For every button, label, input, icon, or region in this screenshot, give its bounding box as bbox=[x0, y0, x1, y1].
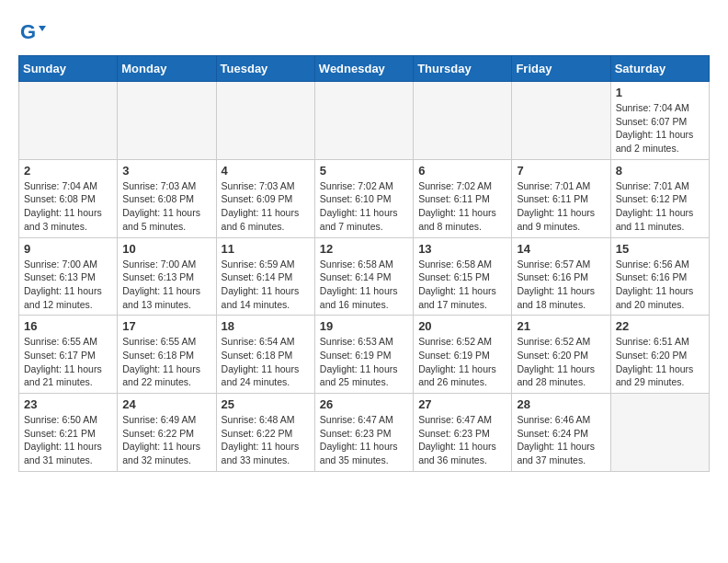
day-number: 8 bbox=[616, 164, 704, 178]
calendar-day-19: 19Sunrise: 6:53 AM Sunset: 6:19 PM Dayli… bbox=[314, 316, 413, 394]
calendar-week-1: 1Sunrise: 7:04 AM Sunset: 6:07 PM Daylig… bbox=[19, 82, 710, 160]
calendar-day-17: 17Sunrise: 6:55 AM Sunset: 6:18 PM Dayli… bbox=[118, 316, 216, 394]
day-number: 4 bbox=[222, 164, 310, 178]
day-number: 19 bbox=[320, 319, 408, 333]
day-number: 16 bbox=[24, 319, 112, 333]
calendar-day-11: 11Sunrise: 6:59 AM Sunset: 6:14 PM Dayli… bbox=[216, 237, 314, 316]
day-number: 26 bbox=[320, 397, 408, 411]
calendar-week-5: 23Sunrise: 6:50 AM Sunset: 6:21 PM Dayli… bbox=[19, 394, 710, 472]
day-info: Sunrise: 6:47 AM Sunset: 6:23 PM Dayligh… bbox=[320, 413, 408, 467]
calendar-day-24: 24Sunrise: 6:49 AM Sunset: 6:22 PM Dayli… bbox=[118, 394, 216, 472]
day-info: Sunrise: 7:02 AM Sunset: 6:10 PM Dayligh… bbox=[320, 179, 408, 234]
page-header: G bbox=[18, 18, 710, 46]
calendar-day-empty bbox=[118, 82, 216, 160]
day-info: Sunrise: 6:52 AM Sunset: 6:20 PM Dayligh… bbox=[517, 335, 605, 389]
weekday-saturday: Saturday bbox=[610, 56, 709, 82]
day-info: Sunrise: 6:48 AM Sunset: 6:22 PM Dayligh… bbox=[222, 413, 310, 467]
weekday-header-row: SundayMondayTuesdayWednesdayThursdayFrid… bbox=[19, 56, 710, 82]
calendar-day-21: 21Sunrise: 6:52 AM Sunset: 6:20 PM Dayli… bbox=[512, 316, 610, 394]
day-number: 5 bbox=[320, 164, 408, 178]
calendar-week-3: 9Sunrise: 7:00 AM Sunset: 6:13 PM Daylig… bbox=[19, 237, 710, 316]
calendar-day-1: 1Sunrise: 7:04 AM Sunset: 6:07 PM Daylig… bbox=[610, 82, 709, 160]
calendar-day-4: 4Sunrise: 7:03 AM Sunset: 6:09 PM Daylig… bbox=[216, 159, 314, 237]
svg-marker-1 bbox=[39, 26, 46, 31]
day-number: 22 bbox=[616, 319, 704, 333]
day-number: 1 bbox=[616, 86, 704, 99]
calendar-day-27: 27Sunrise: 6:47 AM Sunset: 6:23 PM Dayli… bbox=[414, 394, 512, 472]
calendar-day-5: 5Sunrise: 7:02 AM Sunset: 6:10 PM Daylig… bbox=[314, 159, 413, 237]
day-number: 12 bbox=[320, 242, 408, 256]
day-info: Sunrise: 6:49 AM Sunset: 6:22 PM Dayligh… bbox=[122, 413, 210, 467]
day-info: Sunrise: 6:55 AM Sunset: 6:18 PM Dayligh… bbox=[122, 335, 210, 389]
weekday-monday: Monday bbox=[118, 56, 216, 82]
logo: G bbox=[18, 18, 50, 46]
weekday-friday: Friday bbox=[512, 56, 610, 82]
day-info: Sunrise: 7:03 AM Sunset: 6:09 PM Dayligh… bbox=[222, 179, 310, 234]
day-info: Sunrise: 7:03 AM Sunset: 6:08 PM Dayligh… bbox=[122, 179, 210, 234]
day-info: Sunrise: 6:58 AM Sunset: 6:14 PM Dayligh… bbox=[320, 258, 408, 312]
calendar-day-2: 2Sunrise: 7:04 AM Sunset: 6:08 PM Daylig… bbox=[19, 159, 118, 237]
day-number: 10 bbox=[122, 242, 210, 256]
day-number: 27 bbox=[418, 397, 506, 411]
svg-text:G: G bbox=[20, 20, 36, 43]
day-info: Sunrise: 7:00 AM Sunset: 6:13 PM Dayligh… bbox=[24, 258, 112, 312]
weekday-thursday: Thursday bbox=[414, 56, 512, 82]
calendar-day-28: 28Sunrise: 6:46 AM Sunset: 6:24 PM Dayli… bbox=[512, 394, 610, 472]
calendar-day-empty bbox=[216, 82, 314, 160]
day-number: 14 bbox=[517, 242, 605, 256]
day-info: Sunrise: 6:56 AM Sunset: 6:16 PM Dayligh… bbox=[616, 258, 704, 312]
calendar-day-empty bbox=[414, 82, 512, 160]
calendar-day-26: 26Sunrise: 6:47 AM Sunset: 6:23 PM Dayli… bbox=[314, 394, 413, 472]
calendar-day-13: 13Sunrise: 6:58 AM Sunset: 6:15 PM Dayli… bbox=[414, 237, 512, 316]
day-info: Sunrise: 6:55 AM Sunset: 6:17 PM Dayligh… bbox=[24, 335, 112, 389]
calendar-week-2: 2Sunrise: 7:04 AM Sunset: 6:08 PM Daylig… bbox=[19, 159, 710, 237]
day-info: Sunrise: 6:47 AM Sunset: 6:23 PM Dayligh… bbox=[418, 413, 506, 467]
day-number: 21 bbox=[517, 319, 605, 333]
weekday-sunday: Sunday bbox=[19, 56, 118, 82]
day-number: 24 bbox=[122, 397, 210, 411]
calendar-day-15: 15Sunrise: 6:56 AM Sunset: 6:16 PM Dayli… bbox=[610, 237, 709, 316]
calendar-day-8: 8Sunrise: 7:01 AM Sunset: 6:12 PM Daylig… bbox=[610, 159, 709, 237]
calendar-day-18: 18Sunrise: 6:54 AM Sunset: 6:18 PM Dayli… bbox=[216, 316, 314, 394]
day-number: 9 bbox=[24, 242, 112, 256]
calendar-day-empty bbox=[19, 82, 118, 160]
day-info: Sunrise: 6:46 AM Sunset: 6:24 PM Dayligh… bbox=[517, 413, 605, 467]
day-number: 11 bbox=[222, 242, 310, 256]
day-number: 28 bbox=[517, 397, 605, 411]
calendar-day-3: 3Sunrise: 7:03 AM Sunset: 6:08 PM Daylig… bbox=[118, 159, 216, 237]
calendar-day-20: 20Sunrise: 6:52 AM Sunset: 6:19 PM Dayli… bbox=[414, 316, 512, 394]
day-info: Sunrise: 7:04 AM Sunset: 6:07 PM Dayligh… bbox=[616, 101, 704, 155]
calendar-table: SundayMondayTuesdayWednesdayThursdayFrid… bbox=[18, 55, 710, 472]
day-info: Sunrise: 6:54 AM Sunset: 6:18 PM Dayligh… bbox=[222, 335, 310, 389]
day-number: 6 bbox=[418, 164, 506, 178]
calendar-day-empty bbox=[512, 82, 610, 160]
logo-icon: G bbox=[18, 18, 46, 46]
day-info: Sunrise: 6:58 AM Sunset: 6:15 PM Dayligh… bbox=[418, 258, 506, 312]
day-info: Sunrise: 7:04 AM Sunset: 6:08 PM Dayligh… bbox=[24, 179, 112, 234]
day-info: Sunrise: 6:50 AM Sunset: 6:21 PM Dayligh… bbox=[24, 413, 112, 467]
day-info: Sunrise: 7:00 AM Sunset: 6:13 PM Dayligh… bbox=[122, 258, 210, 312]
day-number: 15 bbox=[616, 242, 704, 256]
day-info: Sunrise: 7:01 AM Sunset: 6:11 PM Dayligh… bbox=[517, 179, 605, 234]
day-number: 18 bbox=[222, 319, 310, 333]
calendar-day-6: 6Sunrise: 7:02 AM Sunset: 6:11 PM Daylig… bbox=[414, 159, 512, 237]
calendar-week-4: 16Sunrise: 6:55 AM Sunset: 6:17 PM Dayli… bbox=[19, 316, 710, 394]
day-number: 7 bbox=[517, 164, 605, 178]
calendar-day-10: 10Sunrise: 7:00 AM Sunset: 6:13 PM Dayli… bbox=[118, 237, 216, 316]
calendar-day-empty bbox=[314, 82, 413, 160]
day-number: 3 bbox=[122, 164, 210, 178]
calendar-day-14: 14Sunrise: 6:57 AM Sunset: 6:16 PM Dayli… bbox=[512, 237, 610, 316]
calendar-day-22: 22Sunrise: 6:51 AM Sunset: 6:20 PM Dayli… bbox=[610, 316, 709, 394]
calendar-day-12: 12Sunrise: 6:58 AM Sunset: 6:14 PM Dayli… bbox=[314, 237, 413, 316]
weekday-wednesday: Wednesday bbox=[314, 56, 413, 82]
day-number: 13 bbox=[418, 242, 506, 256]
calendar-day-25: 25Sunrise: 6:48 AM Sunset: 6:22 PM Dayli… bbox=[216, 394, 314, 472]
calendar-day-7: 7Sunrise: 7:01 AM Sunset: 6:11 PM Daylig… bbox=[512, 159, 610, 237]
day-number: 23 bbox=[24, 397, 112, 411]
day-number: 25 bbox=[222, 397, 310, 411]
weekday-tuesday: Tuesday bbox=[216, 56, 314, 82]
calendar-day-16: 16Sunrise: 6:55 AM Sunset: 6:17 PM Dayli… bbox=[19, 316, 118, 394]
day-info: Sunrise: 6:59 AM Sunset: 6:14 PM Dayligh… bbox=[222, 258, 310, 312]
calendar-day-23: 23Sunrise: 6:50 AM Sunset: 6:21 PM Dayli… bbox=[19, 394, 118, 472]
calendar-day-9: 9Sunrise: 7:00 AM Sunset: 6:13 PM Daylig… bbox=[19, 237, 118, 316]
